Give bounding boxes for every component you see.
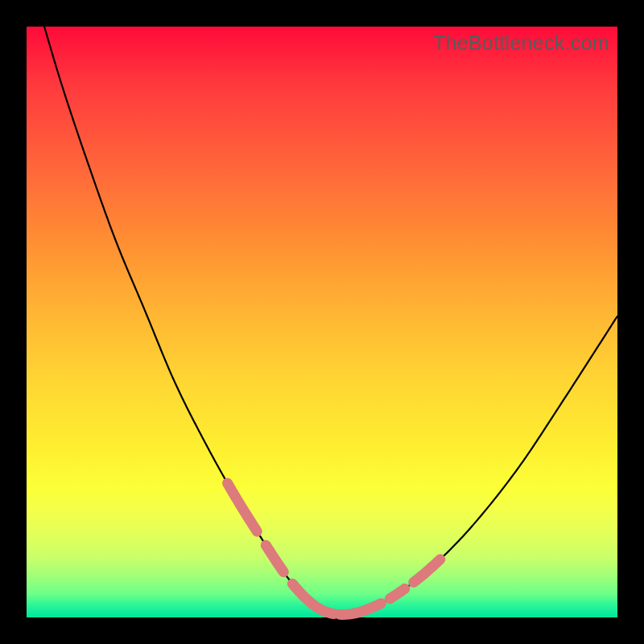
curve-marker xyxy=(340,604,381,615)
chart-frame: TheBottleneck.com xyxy=(0,0,644,644)
curve-marker xyxy=(228,483,258,531)
curve-svg xyxy=(27,27,617,617)
curve-marker xyxy=(266,545,283,572)
curve-marker xyxy=(292,584,333,613)
marker-group xyxy=(228,483,440,614)
curve-marker xyxy=(390,588,404,598)
curve-marker xyxy=(414,559,440,582)
plot-area: TheBottleneck.com xyxy=(27,27,617,617)
main-curve xyxy=(44,27,617,614)
